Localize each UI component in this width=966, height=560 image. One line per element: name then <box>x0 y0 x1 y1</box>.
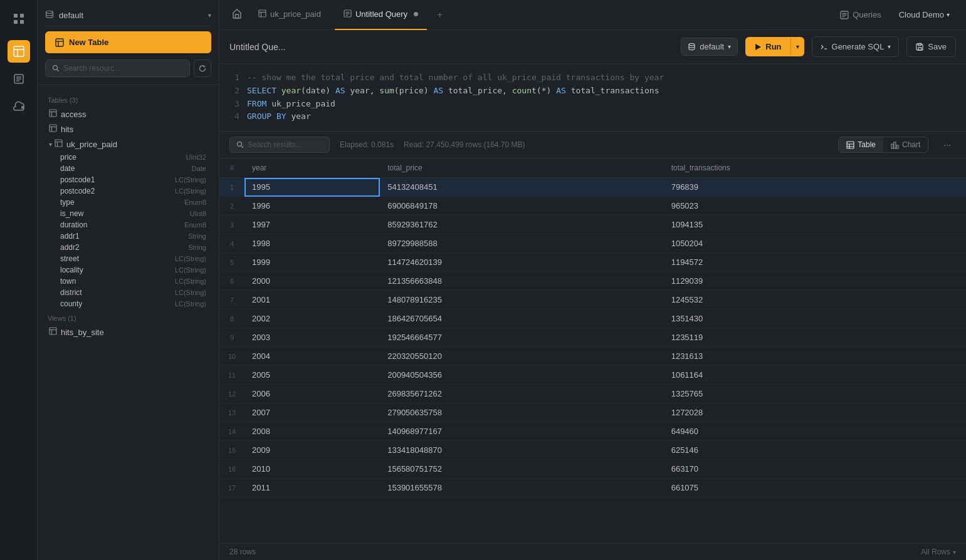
year-cell[interactable]: 2005 <box>244 366 380 385</box>
refresh-button[interactable] <box>194 60 211 77</box>
chart-view-button[interactable]: Chart <box>883 137 928 152</box>
home-icon[interactable] <box>229 6 244 23</box>
table-item-hits[interactable]: hits <box>45 122 211 137</box>
total-transactions-cell[interactable]: 965023 <box>664 197 966 215</box>
total-transactions-cell[interactable]: 1325765 <box>664 385 966 403</box>
table-view-button[interactable]: Table <box>839 137 883 152</box>
search-results-input[interactable]: Search results... <box>229 137 330 153</box>
year-cell[interactable]: 2002 <box>244 309 380 328</box>
code-line-3: 3 FROM uk_price_paid <box>229 98 956 111</box>
all-rows-dropdown[interactable]: All Rows ▾ <box>921 547 956 556</box>
total-price-cell[interactable]: 200940504356 <box>380 366 663 385</box>
table-row[interactable]: 720011480789162351245532 <box>219 291 966 309</box>
db-selector-chevron[interactable]: ▾ <box>208 12 211 19</box>
total-price-cell[interactable]: 153901655578 <box>380 479 663 497</box>
total-price-cell[interactable]: 148078916235 <box>380 291 663 309</box>
total-transactions-cell[interactable]: 796839 <box>664 178 966 197</box>
total-transactions-cell[interactable]: 1094135 <box>664 215 966 234</box>
table-row[interactable]: 152009133418048870625146 <box>219 441 966 460</box>
cloud-nav-icon[interactable] <box>8 95 30 118</box>
queries-button[interactable]: Queries <box>834 6 888 23</box>
add-tab-button[interactable]: + <box>432 7 448 23</box>
total-transactions-cell[interactable]: 1061164 <box>664 366 966 385</box>
table-row[interactable]: 1120052009405043561061164 <box>219 366 966 385</box>
total-price-cell[interactable]: 133418048870 <box>380 441 663 460</box>
year-cell[interactable]: 1998 <box>244 234 380 253</box>
total-price-cell[interactable]: 192546664577 <box>380 328 663 347</box>
total-price-cell[interactable]: 269835671262 <box>380 385 663 403</box>
total-transactions-cell[interactable]: 1129039 <box>664 272 966 291</box>
total-transactions-cell[interactable]: 1231613 <box>664 347 966 366</box>
table-row[interactable]: 1320072790506357581272028 <box>219 403 966 422</box>
year-cell[interactable]: 1996 <box>244 197 380 215</box>
data-table-wrapper[interactable]: # year total_price total_transactions 11… <box>219 158 966 543</box>
tables-nav-icon[interactable] <box>8 40 30 63</box>
total-transactions-cell[interactable]: 1194572 <box>664 253 966 272</box>
total-transactions-cell[interactable]: 1235119 <box>664 328 966 347</box>
total-price-cell[interactable]: 156580751752 <box>380 460 663 479</box>
year-cell[interactable]: 2004 <box>244 347 380 366</box>
code-editor[interactable]: 1 -- show me the total price and total n… <box>219 64 966 132</box>
year-cell[interactable]: 1995 <box>244 178 380 197</box>
year-cell[interactable]: 2007 <box>244 403 380 422</box>
year-cell[interactable]: 1997 <box>244 215 380 234</box>
total-transactions-cell[interactable]: 663170 <box>664 460 966 479</box>
search-box[interactable]: Search resourc... <box>45 60 190 77</box>
table-row[interactable]: 920031925466645771235119 <box>219 328 966 347</box>
db-selector-label[interactable]: default <box>59 11 203 20</box>
table-row[interactable]: 620001213566638481129039 <box>219 272 966 291</box>
total-transactions-cell[interactable]: 1272028 <box>664 403 966 422</box>
run-dropdown-button[interactable]: ▾ <box>790 38 804 55</box>
table-row[interactable]: 162010156580751752663170 <box>219 460 966 479</box>
table-row[interactable]: 172011153901655578661075 <box>219 479 966 497</box>
run-button[interactable]: Run <box>745 37 790 56</box>
total-price-cell[interactable]: 140968977167 <box>380 422 663 441</box>
total-price-cell[interactable]: 121356663848 <box>380 272 663 291</box>
year-cell[interactable]: 2006 <box>244 385 380 403</box>
table-row[interactable]: 142008140968977167649460 <box>219 422 966 441</box>
generate-sql-button[interactable]: Generate SQL ▾ <box>812 36 900 57</box>
total-price-cell[interactable]: 186426705654 <box>380 309 663 328</box>
table-row[interactable]: 41998897299885881050204 <box>219 234 966 253</box>
total-price-cell[interactable]: 279050635758 <box>380 403 663 422</box>
table-row[interactable]: 519991147246201391194572 <box>219 253 966 272</box>
view-item-hits-by-site[interactable]: hits_by_site <box>45 324 211 340</box>
tab-untitled-query[interactable]: Untitled Query <box>335 0 427 30</box>
cloud-demo-button[interactable]: Cloud Demo ▾ <box>893 6 956 23</box>
total-price-cell[interactable]: 85929361762 <box>380 215 663 234</box>
year-cell[interactable]: 2003 <box>244 328 380 347</box>
year-cell[interactable]: 2000 <box>244 272 380 291</box>
table-item-access[interactable]: access <box>45 106 211 122</box>
table-item-uk-price-paid[interactable]: ▾ uk_price_paid <box>45 137 211 152</box>
year-cell[interactable]: 2010 <box>244 460 380 479</box>
table-row[interactable]: 1020042203205501201231613 <box>219 347 966 366</box>
total-transactions-cell[interactable]: 661075 <box>664 479 966 497</box>
total-transactions-cell[interactable]: 649460 <box>664 422 966 441</box>
save-button[interactable]: Save <box>906 36 956 57</box>
table-row[interactable]: 31997859293617621094135 <box>219 215 966 234</box>
new-table-button[interactable]: New Table <box>45 31 211 53</box>
table-row[interactable]: 2199669006849178965023 <box>219 197 966 215</box>
total-price-cell[interactable]: 89729988588 <box>380 234 663 253</box>
tab-uk-price-paid[interactable]: uk_price_paid <box>249 0 330 30</box>
db-selector-dropdown[interactable]: default ▾ <box>681 38 738 56</box>
total-transactions-cell[interactable]: 1050204 <box>664 234 966 253</box>
table-row[interactable]: 1220062698356712621325765 <box>219 385 966 403</box>
table-row[interactable]: 1199554132408451796839 <box>219 178 966 197</box>
total-transactions-cell[interactable]: 1245532 <box>664 291 966 309</box>
year-cell[interactable]: 2008 <box>244 422 380 441</box>
year-cell[interactable]: 2009 <box>244 441 380 460</box>
year-cell[interactable]: 2001 <box>244 291 380 309</box>
table-row[interactable]: 820021864267056541351430 <box>219 309 966 328</box>
queries-nav-icon[interactable] <box>8 68 30 90</box>
total-price-cell[interactable]: 54132408451 <box>380 178 663 197</box>
logo-icon[interactable] <box>8 8 30 30</box>
year-cell[interactable]: 1999 <box>244 253 380 272</box>
total-transactions-cell[interactable]: 625146 <box>664 441 966 460</box>
more-options-button[interactable]: ··· <box>938 137 956 153</box>
total-price-cell[interactable]: 69006849178 <box>380 197 663 215</box>
total-price-cell[interactable]: 114724620139 <box>380 253 663 272</box>
total-transactions-cell[interactable]: 1351430 <box>664 309 966 328</box>
total-price-cell[interactable]: 220320550120 <box>380 347 663 366</box>
year-cell[interactable]: 2011 <box>244 479 380 497</box>
